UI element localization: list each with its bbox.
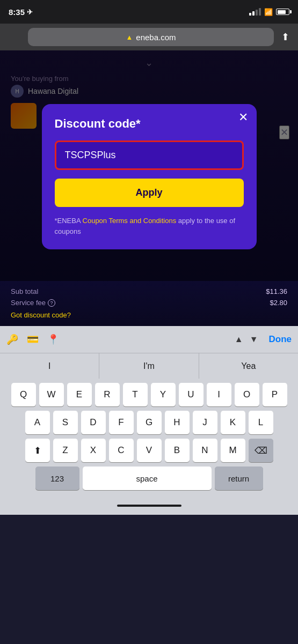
arrow-down-button[interactable]: ▼ bbox=[248, 332, 260, 346]
modal-close-icon: ✕ bbox=[238, 110, 248, 124]
predictive-item-2[interactable]: Yea bbox=[199, 353, 298, 379]
status-right: 📶 bbox=[249, 8, 289, 16]
url-text: eneba.com bbox=[136, 33, 176, 42]
wifi-icon: 📶 bbox=[264, 8, 273, 16]
key-f[interactable]: F bbox=[109, 411, 134, 434]
key-b[interactable]: B bbox=[165, 439, 190, 462]
subtotal-amount: $11.36 bbox=[266, 287, 287, 295]
service-fee-amount: $2.80 bbox=[270, 299, 287, 307]
discount-code-input[interactable] bbox=[56, 142, 242, 168]
key-d[interactable]: D bbox=[81, 411, 106, 434]
delete-key[interactable]: ⌫ bbox=[249, 439, 273, 462]
key-o[interactable]: O bbox=[235, 383, 259, 406]
share-icon: ⬆ bbox=[281, 32, 289, 42]
key-row-3: ⬆ Z X C V B N M ⌫ bbox=[2, 439, 296, 462]
key-x[interactable]: X bbox=[81, 439, 106, 462]
discount-code-link[interactable]: Got discount code? bbox=[11, 311, 71, 319]
subtotal-label: Sub total bbox=[11, 287, 38, 295]
service-fee-text: Service fee bbox=[11, 299, 46, 307]
subtotal-row: Sub total $11.36 bbox=[11, 287, 287, 295]
signal-icon bbox=[249, 8, 261, 16]
key-m[interactable]: M bbox=[221, 439, 245, 462]
toolbar-arrows: ▲ ▼ bbox=[232, 332, 260, 346]
predictive-item-1[interactable]: I'm bbox=[99, 353, 199, 379]
url-bar[interactable]: ▲ eneba.com bbox=[28, 28, 274, 46]
location-icon: ✈ bbox=[27, 8, 33, 16]
key-a[interactable]: A bbox=[25, 411, 50, 434]
keyboard-toolbar: 🔑 💳 📍 ▲ ▼ Done bbox=[0, 326, 298, 353]
predictive-item-0[interactable]: I bbox=[0, 353, 99, 379]
card-icon[interactable]: 💳 bbox=[27, 334, 39, 345]
location-toolbar-icon[interactable]: 📍 bbox=[47, 334, 59, 345]
key-c[interactable]: C bbox=[109, 439, 134, 462]
apply-button[interactable]: Apply bbox=[55, 179, 244, 207]
key-l[interactable]: L bbox=[249, 411, 273, 434]
modal-overlay: ✕ Discount code* Apply *ENEBA Coupon Ter… bbox=[0, 50, 298, 281]
key-i[interactable]: I bbox=[207, 383, 231, 406]
key-g[interactable]: G bbox=[137, 411, 162, 434]
key-q[interactable]: Q bbox=[11, 383, 36, 406]
service-fee-label: Service fee ? bbox=[11, 299, 55, 307]
share-button[interactable]: ⬆ bbox=[279, 29, 292, 45]
key-u[interactable]: U bbox=[179, 383, 203, 406]
home-bar bbox=[117, 505, 181, 507]
status-bar: 8:35 ✈ 📶 bbox=[0, 0, 298, 24]
page-section: ⌄ You're buying from H Hawana Digital ✕ … bbox=[0, 50, 298, 281]
key-n[interactable]: N bbox=[193, 439, 217, 462]
key-icon[interactable]: 🔑 bbox=[6, 334, 18, 345]
key-w[interactable]: W bbox=[39, 383, 64, 406]
key-z[interactable]: Z bbox=[53, 439, 78, 462]
terms-text: *ENEBA Coupon Terms and Conditions apply… bbox=[55, 216, 244, 236]
predictive-bar: I I'm Yea bbox=[0, 353, 298, 379]
battery-icon bbox=[276, 9, 289, 15]
discount-modal: ✕ Discount code* Apply *ENEBA Coupon Ter… bbox=[42, 104, 257, 249]
keyboard: Q W E R T Y U I O P A S D F G H J K L ⬆ … bbox=[0, 379, 298, 497]
time-display: 8:35 bbox=[9, 8, 25, 17]
modal-title: Discount code* bbox=[55, 117, 244, 131]
toolbar-left: 🔑 💳 📍 bbox=[6, 334, 224, 345]
key-row-2: A S D F G H J K L bbox=[2, 411, 296, 434]
key-j[interactable]: J bbox=[193, 411, 217, 434]
return-key[interactable]: return bbox=[215, 467, 263, 490]
done-label: Done bbox=[269, 334, 292, 344]
status-left: 8:35 ✈ bbox=[9, 8, 33, 17]
key-e[interactable]: E bbox=[67, 383, 92, 406]
key-k[interactable]: K bbox=[221, 411, 245, 434]
key-s[interactable]: S bbox=[53, 411, 78, 434]
key-v[interactable]: V bbox=[137, 439, 162, 462]
browser-bar: ▲ eneba.com ⬆ bbox=[0, 24, 298, 50]
key-y[interactable]: Y bbox=[151, 383, 176, 406]
key-h[interactable]: H bbox=[165, 411, 190, 434]
space-key[interactable]: space bbox=[83, 467, 212, 490]
key-r[interactable]: R bbox=[95, 383, 120, 406]
warning-icon: ▲ bbox=[126, 33, 133, 41]
service-fee-info-icon[interactable]: ? bbox=[48, 299, 55, 307]
key-p[interactable]: P bbox=[263, 383, 287, 406]
home-indicator bbox=[0, 497, 298, 515]
modal-close-button[interactable]: ✕ bbox=[238, 112, 248, 123]
service-fee-row: Service fee ? $2.80 bbox=[11, 299, 287, 307]
key-row-1: Q W E R T Y U I O P bbox=[2, 383, 296, 406]
apply-label: Apply bbox=[135, 187, 162, 198]
arrow-up-button[interactable]: ▲ bbox=[232, 332, 245, 346]
key-row-4: 123 space return bbox=[2, 467, 296, 490]
discount-input-wrapper[interactable] bbox=[55, 140, 244, 170]
numbers-key[interactable]: 123 bbox=[35, 467, 79, 490]
terms-link[interactable]: Coupon Terms and Conditions bbox=[83, 217, 177, 225]
terms-prefix: *ENEBA bbox=[55, 217, 83, 225]
done-button[interactable]: Done bbox=[269, 334, 292, 345]
key-t[interactable]: T bbox=[123, 383, 148, 406]
order-summary: Sub total $11.36 Service fee ? $2.80 Got… bbox=[0, 281, 298, 326]
shift-key[interactable]: ⬆ bbox=[25, 439, 50, 462]
